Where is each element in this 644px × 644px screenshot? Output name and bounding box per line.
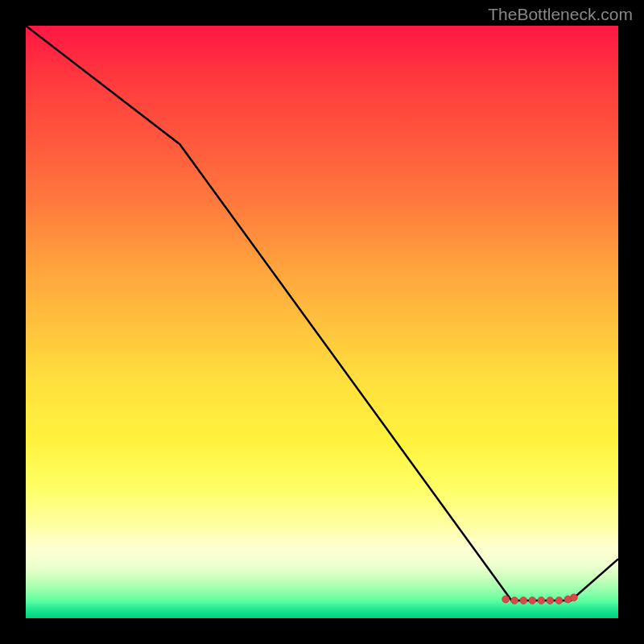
chart-marker <box>520 597 527 604</box>
chart-marker <box>502 596 510 603</box>
chart-marker <box>555 597 563 604</box>
chart-marker <box>538 597 545 604</box>
chart-curve <box>26 26 618 601</box>
chart-plot-area <box>26 26 618 618</box>
chart-marker <box>547 597 554 604</box>
chart-marker <box>529 597 536 604</box>
chart-marker <box>511 597 518 604</box>
chart-line-svg <box>26 26 618 618</box>
watermark-text: TheBottleneck.com <box>488 5 633 24</box>
chart-marker <box>570 594 577 601</box>
